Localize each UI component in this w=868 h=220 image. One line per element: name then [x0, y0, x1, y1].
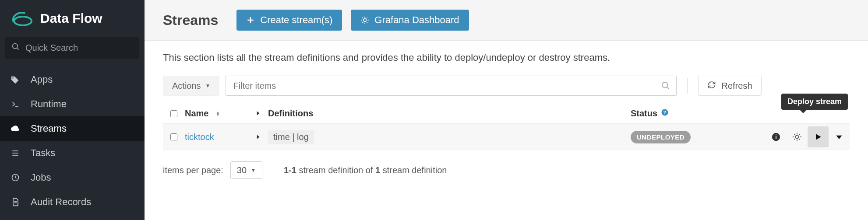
clock-icon [11, 173, 20, 182]
table-row: ticktock time | log UNDEPLOYED [163, 124, 850, 150]
tags-icon [11, 75, 20, 84]
svg-point-21 [795, 135, 798, 138]
svg-point-1 [13, 44, 18, 49]
sidebar-item-streams[interactable]: Streams [0, 116, 145, 141]
topbar: Streams Create stream(s) Grafana Dashboa… [145, 0, 868, 41]
sidebar-item-label: Runtime [31, 98, 67, 110]
deploy-button[interactable] [808, 126, 829, 147]
filter-input[interactable] [226, 81, 655, 91]
refresh-icon [707, 80, 716, 91]
svg-line-2 [17, 48, 19, 50]
sidebar-item-label: Apps [31, 74, 53, 85]
sidebar-item-label: Streams [31, 123, 67, 134]
page-size-select[interactable]: 30 ▼ [230, 161, 262, 179]
search-icon[interactable] [655, 81, 676, 91]
cloud-icon [11, 124, 20, 133]
sidebar-item-audit-records[interactable]: Audit Records [0, 190, 145, 214]
button-label: Create stream(s) [260, 14, 332, 26]
create-stream-button[interactable]: Create stream(s) [236, 10, 342, 31]
sidebar-item-tasks[interactable]: Tasks [0, 141, 145, 165]
svg-line-15 [667, 87, 670, 90]
grafana-icon [360, 16, 369, 24]
pagination: items per page: 30 ▼ 1-1 stream definiti… [163, 150, 850, 190]
select-all-checkbox[interactable] [170, 110, 177, 117]
svg-point-3 [12, 77, 14, 79]
terminal-icon [11, 100, 20, 108]
main: Streams Create stream(s) Grafana Dashboa… [145, 0, 868, 220]
stream-definition: time | log [268, 130, 314, 144]
sidebar-item-runtime[interactable]: Runtime [0, 92, 145, 116]
page-title: Streams [163, 12, 218, 28]
svg-point-0 [14, 17, 32, 25]
list-icon [11, 149, 20, 157]
page-description: This section lists all the stream defini… [163, 52, 850, 63]
sidebar-item-jobs[interactable]: Jobs [0, 165, 145, 190]
filter-items[interactable] [226, 76, 677, 96]
content: This section lists all the stream defini… [145, 41, 868, 220]
sidebar-nav: Apps Runtime Streams Tasks [0, 65, 145, 214]
svg-text:?: ? [663, 110, 666, 115]
file-icon [11, 198, 20, 206]
sidebar-item-label: Jobs [31, 172, 51, 183]
brand: Data Flow [0, 5, 145, 37]
column-definitions: Definitions [268, 108, 313, 119]
svg-rect-20 [776, 135, 776, 136]
help-icon[interactable]: ? [661, 108, 669, 119]
button-label: Refresh [721, 81, 752, 91]
caret-down-icon: ▼ [205, 83, 211, 89]
plus-icon [246, 16, 255, 24]
tooltip-deploy-stream: Deploy stream [781, 94, 848, 110]
row-actions [766, 126, 850, 147]
expand-row-icon[interactable] [255, 132, 261, 142]
expand-icon[interactable] [255, 108, 261, 119]
range: 1-1 [284, 165, 296, 175]
stream-name-link[interactable]: ticktock [185, 132, 214, 142]
more-actions-button[interactable] [829, 126, 850, 147]
brand-title: Data Flow [40, 11, 102, 26]
items-per-page-label: items per page: [163, 165, 223, 175]
actions-label: Actions [172, 81, 201, 91]
grafana-dashboard-button[interactable]: Grafana Dashboard [351, 10, 469, 31]
sidebar-item-apps[interactable]: Apps [0, 67, 145, 92]
table-header: Name ▲▼ Definitions Status ? [163, 104, 850, 124]
column-status: Status [631, 108, 657, 119]
svg-point-13 [363, 19, 367, 22]
quick-search[interactable] [5, 37, 139, 59]
divider [687, 78, 688, 94]
svg-rect-19 [776, 136, 776, 139]
controls-row: Actions ▼ Refresh [163, 76, 850, 96]
button-label: Grafana Dashboard [374, 14, 459, 26]
details-button[interactable] [766, 126, 787, 147]
refresh-button[interactable]: Refresh [698, 76, 761, 96]
row-checkbox[interactable] [170, 133, 177, 140]
grafana-row-button[interactable] [787, 126, 808, 147]
sidebar-item-label: Tasks [31, 147, 55, 159]
column-name[interactable]: Name [185, 108, 208, 119]
caret-down-icon: ▼ [251, 168, 256, 173]
sidebar: Data Flow Apps [0, 0, 145, 220]
status-badge: UNDEPLOYED [631, 131, 691, 143]
quick-search-input[interactable] [25, 43, 136, 53]
total: 1 [375, 165, 380, 175]
sidebar-item-label: Audit Records [31, 196, 91, 208]
search-icon [11, 42, 20, 53]
divider [273, 164, 273, 177]
page-size-value: 30 [237, 165, 247, 175]
actions-dropdown[interactable]: Actions ▼ [163, 76, 219, 96]
brand-logo-icon [10, 9, 34, 28]
pagination-summary: 1-1 stream definition of 1 stream defini… [284, 165, 447, 175]
svg-point-14 [662, 82, 668, 88]
sort-icon[interactable]: ▲▼ [215, 111, 222, 116]
